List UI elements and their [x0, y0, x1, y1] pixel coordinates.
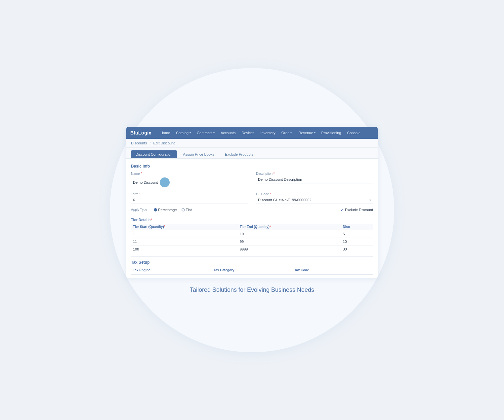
content-area: Basic Info Name * Demo Discount — [126, 159, 378, 278]
tier-details-title: Tier Details* — [131, 218, 373, 222]
nav-accounts[interactable]: Accounts — [218, 127, 238, 139]
circle-background: BluLogix Home Catalog ▾ Contracts ▾ — [110, 68, 394, 352]
nav-inventory[interactable]: Inventory — [258, 127, 278, 139]
exclude-checkmark: ✓ — [341, 208, 344, 212]
nav-items: Home Catalog ▾ Contracts ▾ Accounts Devi — [157, 127, 374, 139]
tier-row-3: 100 9999 30 — [131, 245, 373, 253]
tax-setup-title: Tax Setup — [131, 260, 373, 265]
app-window: BluLogix Home Catalog ▾ Contracts ▾ — [126, 127, 378, 278]
contracts-caret: ▾ — [213, 131, 215, 134]
tabs-bar: Discount Configuration Assign Price Book… — [126, 148, 378, 159]
tier-row-2-start: 11 — [131, 238, 238, 245]
breadcrumb-current: Edit Discount — [153, 141, 175, 145]
term-field: Term * 6 — [131, 192, 248, 204]
tier-row-1-discount: 5 — [341, 230, 373, 238]
tier-table: Tier Start (Quantity)* Tier End (Quantit… — [131, 224, 373, 253]
tier-row-2-discount: 10 — [341, 238, 373, 245]
radio-flat[interactable]: Flat — [182, 208, 192, 212]
tier-row-3-end: 9999 — [238, 245, 341, 253]
catalog-caret: ▾ — [189, 131, 191, 134]
apply-type-row: Apply Type Percentage Flat ✓ Exclude Dis… — [131, 208, 373, 214]
tagline: Tailored Solutions for Evolving Business… — [190, 286, 314, 293]
tax-headers: Tax Engine Tax Category Tax Code — [131, 267, 373, 275]
breadcrumb-parent[interactable]: Discounts — [131, 141, 147, 145]
tier-row-3-discount: 30 — [341, 245, 373, 253]
brand-logo[interactable]: BluLogix — [130, 130, 151, 135]
description-label: Description * — [256, 172, 373, 175]
radio-dot-flat — [182, 208, 185, 211]
nav-orders[interactable]: Orders — [278, 127, 296, 139]
tier-row-2-end: 99 — [238, 238, 341, 245]
nav-devices[interactable]: Devices — [238, 127, 257, 139]
apply-type-label: Apply Type — [131, 208, 147, 211]
radio-percentage[interactable]: Percentage — [154, 208, 177, 212]
breadcrumb: Discounts / Edit Discount — [126, 139, 378, 148]
tab-assign-price-books[interactable]: Assign Price Books — [178, 150, 219, 158]
tier-col-end-header: Tier End (Quantity)* — [238, 224, 341, 230]
name-label: Name * — [131, 172, 248, 175]
name-value: Demo Discount — [131, 176, 248, 189]
tax-engine-header: Tax Engine — [131, 267, 212, 273]
nav-catalog[interactable]: Catalog ▾ — [173, 127, 194, 139]
tier-col-start-header: Tier Start (Quantity)* — [131, 224, 238, 230]
radio-dot-percentage — [154, 208, 157, 211]
description-field: Description * Demo Discount Description — [256, 172, 373, 189]
tax-category-header: Tax Category — [212, 267, 292, 273]
page-wrapper: BluLogix Home Catalog ▾ Contracts ▾ — [0, 0, 504, 420]
tier-row-1: 1 10 5 — [131, 230, 373, 238]
term-label: Term * — [131, 192, 248, 196]
nav-console[interactable]: Console — [344, 127, 363, 139]
breadcrumb-separator: / — [149, 141, 150, 145]
nav-revenue[interactable]: Revenue ▾ — [295, 127, 318, 139]
brand-text: BluLogix — [130, 130, 151, 135]
gl-code-label: GL Code * — [256, 192, 373, 196]
tier-row-1-start: 1 — [131, 230, 238, 238]
avatar — [160, 177, 170, 187]
tier-row-2: 11 99 10 — [131, 238, 373, 245]
tier-row-1-end: 10 — [238, 230, 341, 238]
tab-exclude-products[interactable]: Exclude Products — [220, 150, 258, 158]
nav-provisioning[interactable]: Provisioning — [318, 127, 344, 139]
gl-code-field: GL Code * Discount GL cls-p-T199-0000002… — [256, 192, 373, 204]
gl-code-dropdown-icon: ▾ — [369, 198, 371, 202]
tax-code-header: Tax Code — [292, 267, 373, 273]
tab-discount-configuration[interactable]: Discount Configuration — [131, 150, 177, 158]
description-value: Demo Discount Description — [256, 176, 373, 183]
revenue-caret: ▾ — [314, 131, 315, 134]
tier-row-3-start: 100 — [131, 245, 238, 253]
navbar: BluLogix Home Catalog ▾ Contracts ▾ — [126, 127, 378, 139]
apply-type-section: Apply Type Percentage Flat — [131, 208, 192, 212]
basic-info-title: Basic Info — [131, 164, 373, 169]
tier-col-discount-header: Disc — [341, 224, 373, 230]
nav-home[interactable]: Home — [157, 127, 173, 139]
name-field: Name * Demo Discount — [131, 172, 248, 189]
term-value: 6 — [131, 197, 248, 204]
basic-info-form: Name * Demo Discount Description * — [131, 172, 373, 204]
tax-setup-section: Tax Setup Tax Engine Tax Category Tax Co… — [131, 256, 373, 275]
exclude-discount-section[interactable]: ✓ Exclude Discount — [341, 208, 373, 212]
gl-code-value[interactable]: Discount GL cls-p-T199-0000002 ▾ — [256, 197, 373, 204]
nav-contracts[interactable]: Contracts ▾ — [194, 127, 218, 139]
